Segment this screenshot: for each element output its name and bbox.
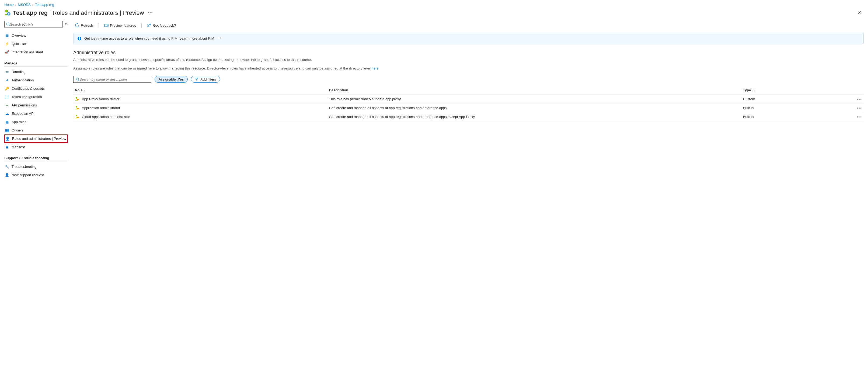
page-title: Test app reg | Roles and administrators … — [13, 9, 144, 17]
role-description: Can create and manage all aspects of app… — [327, 112, 741, 121]
role-search-input[interactable] — [80, 77, 149, 81]
collapse-sidebar-button[interactable] — [64, 22, 68, 26]
sidebar-item-expose-api[interactable]: ☁ Expose an API — [4, 109, 68, 118]
sidebar-item-authentication[interactable]: ➜ Authentication — [4, 76, 68, 84]
sidebar-item-label: Expose an API — [11, 112, 34, 116]
row-context-menu[interactable]: ••• — [835, 104, 864, 112]
preview-features-button[interactable]: Preview features — [103, 22, 138, 29]
sidebar-item-label: Manifest — [11, 145, 25, 149]
preview-icon — [104, 23, 108, 27]
sidebar-item-label: New support request — [11, 173, 44, 177]
breadcrumb: Home › MSODS › Test app reg — [0, 0, 868, 9]
title-app-name: Test app reg — [13, 9, 48, 16]
role-icon — [75, 105, 80, 110]
column-header-description[interactable]: Description — [327, 86, 741, 94]
chevron-right-icon: › — [16, 3, 17, 6]
filter-icon — [195, 77, 199, 81]
preview-label: Preview features — [110, 24, 136, 27]
table-row[interactable]: App Proxy Administrator This role has pe… — [73, 94, 864, 104]
sidebar-item-quickstart[interactable]: ⚡ Quickstart — [4, 39, 68, 48]
sidebar-item-new-support[interactable]: 👤 New support request — [4, 171, 68, 179]
manifest-icon: ▣ — [5, 145, 9, 149]
sidebar-item-label: Integration assistant — [11, 50, 43, 54]
column-header-type[interactable]: Type↑↓ — [741, 86, 835, 94]
filter-pill-assignable[interactable]: Assignable : Yes — [155, 76, 188, 83]
sidebar-item-label: Branding — [11, 70, 26, 74]
feedback-button[interactable]: Got feedback? — [146, 22, 178, 29]
sort-icon: ↑↓ — [752, 89, 755, 92]
troubleshooting-icon: 🔧 — [5, 165, 9, 169]
table-row[interactable]: Application administrator Can create and… — [73, 104, 864, 112]
sidebar-item-troubleshooting[interactable]: 🔧 Troubleshooting — [4, 163, 68, 171]
sidebar-item-label: API permissions — [11, 103, 37, 107]
app-roles-icon: ▦ — [5, 120, 9, 124]
breadcrumb-current[interactable]: Test app reg — [35, 3, 54, 7]
row-context-menu[interactable]: ••• — [835, 112, 864, 121]
feedback-label: Got feedback? — [153, 24, 176, 27]
close-button[interactable] — [858, 10, 862, 15]
search-icon — [76, 77, 80, 81]
directory-level-link[interactable]: here — [372, 66, 379, 70]
info-banner-link[interactable] — [217, 36, 221, 41]
info-text: Get just-in-time access to a role when y… — [84, 36, 214, 40]
sidebar-item-label: Troubleshooting — [11, 165, 37, 169]
sidebar-item-owners[interactable]: 👥 Owners — [4, 126, 68, 135]
role-search[interactable] — [73, 76, 151, 83]
arrow-right-icon — [217, 36, 221, 40]
quickstart-icon: ⚡ — [5, 42, 9, 46]
role-description: This role has permissiont o aupdate app … — [327, 94, 741, 104]
role-type: Built-in — [741, 104, 835, 112]
sidebar-item-label: Overview — [11, 33, 26, 37]
role-icon — [75, 96, 80, 101]
table-row[interactable]: Cloud application administrator Can crea… — [73, 112, 864, 121]
breadcrumb-msods[interactable]: MSODS — [18, 3, 31, 7]
section-description-1: Administrative roles can be used to gran… — [73, 57, 864, 62]
sidebar-item-manifest[interactable]: ▣ Manifest — [4, 143, 68, 151]
role-type: Custom — [741, 94, 835, 104]
feedback-icon — [147, 23, 151, 27]
search-icon — [6, 22, 10, 26]
sidebar-item-label: Roles and administrators | Preview — [12, 137, 66, 141]
column-header-role[interactable]: Role↑↓ — [73, 86, 327, 94]
sidebar-search-input[interactable] — [10, 22, 61, 26]
sidebar-item-label: Authentication — [11, 78, 34, 82]
sidebar-item-branding[interactable]: ▭ Branding — [4, 68, 68, 76]
add-filters-label: Add filters — [200, 77, 216, 81]
roles-table: Role↑↓ Description Type↑↓ App Proxy Admi… — [73, 86, 864, 121]
section-heading: Administrative roles — [73, 50, 864, 56]
authentication-icon: ➜ — [5, 78, 9, 82]
sidebar-item-overview[interactable]: ▦ Overview — [4, 31, 68, 39]
sidebar-item-api-permissions[interactable]: ⊸ API permissions — [4, 101, 68, 109]
owners-icon: 👥 — [5, 128, 9, 133]
sidebar-item-label: Quickstart — [11, 42, 28, 46]
sidebar-section-support: Support + Troubleshooting — [4, 156, 68, 160]
sidebar-item-label: Owners — [11, 128, 24, 132]
overview-icon: ▦ — [5, 33, 9, 38]
sidebar-item-integration-assistant[interactable]: 🚀 Integration assistant — [4, 48, 68, 56]
chevron-right-icon: › — [32, 3, 33, 6]
token-icon: ┇┇ — [5, 95, 9, 99]
divider — [4, 161, 68, 162]
sidebar-item-app-roles[interactable]: ▦ App roles — [4, 118, 68, 126]
rocket-icon: 🚀 — [5, 50, 9, 54]
sidebar-search[interactable] — [4, 21, 63, 27]
refresh-icon — [75, 23, 79, 27]
expose-api-icon: ☁ — [5, 112, 9, 116]
sidebar: ▦ Overview ⚡ Quickstart 🚀 Integration as… — [0, 21, 69, 179]
sidebar-item-token-config[interactable]: ┇┇ Token configuration — [4, 93, 68, 101]
sidebar-item-certificates[interactable]: 🔑 Certificates & secrets — [4, 84, 68, 93]
more-actions-button[interactable]: ••• — [148, 11, 153, 15]
sidebar-item-roles-admins[interactable]: 👤 Roles and administrators | Preview — [4, 135, 68, 143]
info-banner: Get just-in-time access to a role when y… — [73, 33, 864, 44]
add-filters-button[interactable]: Add filters — [191, 76, 220, 83]
role-icon — [75, 114, 80, 119]
role-name: Cloud application administrator — [82, 115, 130, 119]
refresh-button[interactable]: Refresh — [73, 22, 95, 29]
filter-pill-label: Assignable : — [159, 77, 178, 81]
refresh-label: Refresh — [81, 24, 93, 27]
row-context-menu[interactable]: ••• — [835, 94, 864, 104]
sidebar-item-label: Token configuration — [11, 95, 42, 99]
roles-icon: 👤 — [5, 137, 10, 141]
breadcrumb-home[interactable]: Home — [4, 3, 14, 7]
role-name: App Proxy Administrator — [82, 97, 119, 101]
